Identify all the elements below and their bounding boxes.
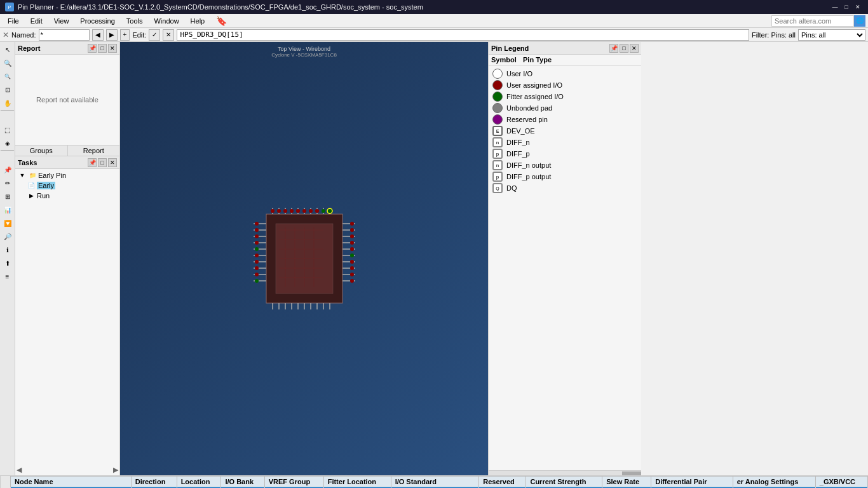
left-panel: Report 📌 □ ✕ Report not available Groups… [15,42,120,475]
tasks-close-button[interactable]: ✕ [108,158,117,167]
ltb-up-arrow[interactable]: ⬆ [1,257,14,269]
search-input[interactable] [771,15,854,27]
col-gxb-vcc[interactable]: _GXB/VCC [815,477,867,487]
task-item-early[interactable]: 📄 Early [25,180,118,191]
task-item-early-pin[interactable]: ▼ 📁 Early Pin [17,170,118,180]
ltb-pan[interactable]: ✋ [1,97,14,109]
col-fitter-location[interactable]: Fitter Location [323,477,391,487]
ltb-zoom-in[interactable]: 🔍 [1,57,14,69]
col-io-bank[interactable]: I/O Bank [221,477,264,487]
legend-float-button[interactable]: □ [620,44,628,53]
ltb-edit[interactable]: ✏ [1,177,14,189]
legend-scroll[interactable] [489,470,641,475]
named-arrow-right[interactable]: ▶ [106,29,118,41]
table-container[interactable]: Node Name Direction Location I/O Bank VR… [10,476,868,488]
scroll-left-button[interactable]: ◀ [17,466,22,474]
legend-pin-button[interactable]: 📌 [609,44,618,53]
ltb-separator-1 [0,110,15,123]
col-slew-rate[interactable]: Slew Rate [602,477,651,487]
task-early-pin-label: Early Pin [38,172,66,179]
task-item-run[interactable]: ▶ Run [25,191,118,201]
report-tab-report[interactable]: Report [68,146,120,156]
col-analog-settings[interactable]: er Analog Settings [733,477,815,487]
close-button[interactable]: ✕ [853,3,863,11]
menu-file[interactable]: File [3,16,24,26]
ltb-find[interactable]: 🔎 [1,230,14,243]
legend-type-dq: DQ [506,184,517,192]
ltb-spreadsheet[interactable]: 📊 [1,203,14,216]
svg-point-81 [350,279,354,283]
table-area: Node Name Direction Location I/O Bank VR… [10,476,868,488]
task-run-label: Run [37,192,50,200]
minimize-button[interactable]: — [830,3,840,11]
chip-view[interactable]: Top View - Wirebond Cyclone V -5CSXMA5F3… [120,42,488,475]
ltb-grid[interactable]: ⊞ [1,190,14,203]
col-current-strength[interactable]: Current Strength [526,477,602,487]
col-reserved[interactable]: Reserved [479,477,526,487]
legend-row-0: User I/O [491,68,639,79]
edit-x-button[interactable]: ✕ [163,29,174,41]
menu-extra-icon[interactable]: 🔖 [211,15,232,27]
legend-column-headers: Symbol Pin Type [489,55,641,65]
menu-help[interactable]: Help [186,16,210,26]
ltb-assign[interactable]: 📌 [1,163,14,176]
ltb-pointer[interactable]: ↖ [1,43,14,56]
ltb-layers[interactable]: ≡ [1,270,14,283]
svg-point-62 [255,222,259,226]
tasks-pin-button[interactable]: 📌 [88,158,97,167]
report-message: Report not available [36,96,98,104]
named-close-button[interactable]: ✕ [3,30,9,39]
ltb-select[interactable]: ⬚ [1,123,14,136]
menu-edit[interactable]: Edit [25,16,48,26]
legend-symbol-user-io [492,69,503,79]
scroll-right-button[interactable]: ▶ [113,466,118,474]
ltb-info[interactable]: ℹ [1,243,14,256]
report-float-button[interactable]: □ [98,44,107,53]
report-panel-controls: 📌 □ ✕ [88,44,117,53]
maximize-button[interactable]: □ [841,3,851,11]
globe-icon[interactable]: 🌐 [854,15,865,27]
report-close-button[interactable]: ✕ [108,44,117,53]
report-pin-button[interactable]: 📌 [88,44,97,53]
legend-row-2: Fitter assigned I/O [491,91,639,102]
legend-scroll-thumb[interactable] [622,471,641,475]
svg-point-69 [255,266,259,270]
title-text: P Pin Planner - E:/altera/13.1/DE1-SOC_V… [5,3,423,11]
legend-content: User I/O User assigned I/O Fitter assign… [489,65,641,470]
ltb-highlight[interactable]: ◈ [1,137,14,149]
svg-point-64 [255,234,259,238]
menu-window[interactable]: Window [149,16,184,26]
col-io-standard[interactable]: I/O Standard [391,477,479,487]
named-add-button[interactable]: + [120,29,130,41]
report-tab-groups[interactable]: Groups [15,146,68,156]
col-location[interactable]: Location [177,477,221,487]
col-node-name[interactable]: Node Name [11,477,132,487]
legend-col-symbol: Symbol [491,56,523,64]
named-label: Named: [11,31,36,39]
ltb-zoom-out[interactable]: 🔍 [1,70,14,83]
edit-input[interactable] [177,29,749,41]
svg-point-63 [255,228,259,232]
legend-close-button[interactable]: ✕ [630,44,639,53]
ltb-filter[interactable]: 🔽 [1,217,14,229]
col-differential-pair[interactable]: Differential Pair [651,477,733,487]
col-direction[interactable]: Direction [131,477,177,487]
tasks-panel: Tasks 📌 □ ✕ ▼ 📁 Early Pin 📄 Early [15,156,119,475]
col-vref-group[interactable]: VREF Group [264,477,323,487]
menu-view[interactable]: View [49,16,74,26]
named-arrow-left[interactable]: ◀ [92,29,104,41]
menu-tools[interactable]: Tools [121,16,148,26]
legend-symbol-diff-n: n [492,137,503,147]
menu-processing[interactable]: Processing [75,16,119,26]
tasks-float-button[interactable]: □ [98,158,107,167]
svg-point-54 [283,209,287,213]
ltb-zoom-fit[interactable]: ⊡ [1,83,14,96]
report-panel: Report 📌 □ ✕ Report not available Groups… [15,42,119,156]
svg-point-52 [271,209,275,213]
edit-label: Edit: [132,31,146,39]
filter-select[interactable]: Pins: all Pins: assigned Pins: unassigne… [798,29,865,41]
svg-point-55 [290,209,294,213]
left-toolbar: ↖ 🔍 🔍 ⊡ ✋ ⬚ ◈ 📌 ✏ ⊞ 📊 🔽 🔎 ℹ ⬆ ≡ [0,42,15,475]
named-input[interactable] [39,29,90,41]
edit-check-button[interactable]: ✓ [149,29,160,41]
